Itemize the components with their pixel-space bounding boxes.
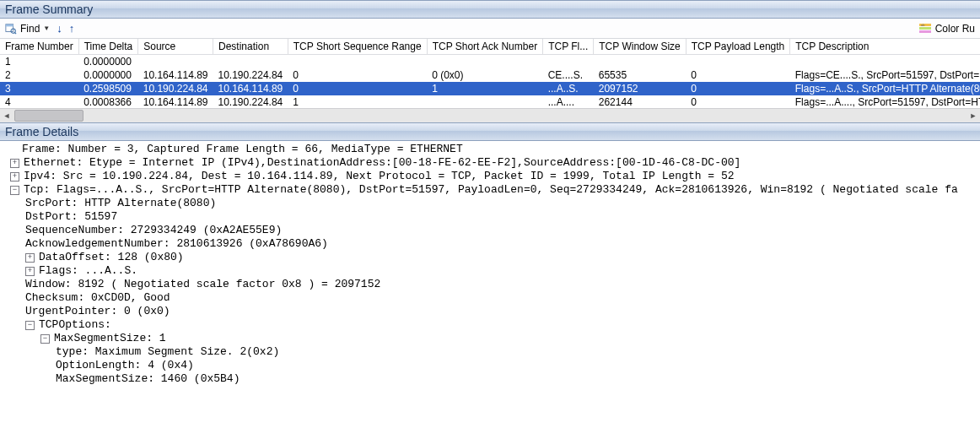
expand-icon[interactable]: + <box>10 159 19 168</box>
cell: 3 <box>0 82 78 95</box>
expand-icon[interactable]: + <box>25 253 35 263</box>
cell: 0.0000000 <box>78 55 138 69</box>
tree-node[interactable]: AcknowledgementNumber: 2810613926 (0xA78… <box>3 237 977 251</box>
frame-details-title: Frame Details <box>0 122 980 141</box>
col-destination[interactable]: Destination <box>213 39 288 55</box>
grid-header-row: Frame Number Time Delta Source Destinati… <box>0 39 980 55</box>
cell: 0 <box>686 95 790 108</box>
color-rules-button[interactable]: ab Color Ru <box>918 23 975 35</box>
cell: 1 <box>0 55 78 69</box>
scroll-thumb[interactable] <box>14 110 83 122</box>
find-icon <box>5 23 17 35</box>
grid-horizontal-scrollbar[interactable]: ◄ ► <box>0 108 980 122</box>
color-rules-icon: ab <box>918 23 932 35</box>
col-source[interactable]: Source <box>138 39 213 55</box>
table-row[interactable]: 10.0000000 <box>0 55 980 69</box>
cell: 0 <box>686 68 790 82</box>
cell: 1 <box>427 82 543 95</box>
cell: 10.190.224.84 <box>138 82 213 95</box>
table-row[interactable]: 20.000000010.164.114.8910.190.224.8400 (… <box>0 68 980 82</box>
find-prev-button[interactable]: ↑ <box>69 22 75 35</box>
cell: Flags=...A..S., SrcPort=HTTP Alternate(8… <box>790 82 980 95</box>
color-rules-label: Color Ru <box>935 23 975 35</box>
cell <box>594 55 686 69</box>
tree-node[interactable]: OptionLength: 4 (0x4) <box>3 359 977 372</box>
tree-node[interactable]: −Tcp: Flags=...A..S., SrcPort=HTTP Alter… <box>3 183 977 197</box>
expand-icon[interactable]: + <box>10 172 19 182</box>
expand-icon[interactable]: + <box>25 267 35 276</box>
tree-node[interactable]: +Ipv4: Src = 10.190.224.84, Dest = 10.16… <box>3 170 977 183</box>
tree-node[interactable]: SrcPort: HTTP Alternate(8080) <box>3 197 977 210</box>
frame-details-tree[interactable]: Frame: Number = 3, Captured Frame Length… <box>0 141 980 388</box>
find-dropdown-icon: ▼ <box>43 24 50 32</box>
cell: 4 <box>0 95 78 108</box>
tree-node[interactable]: −TCPOptions: <box>3 318 977 332</box>
tree-node[interactable]: Frame: Number = 3, Captured Frame Length… <box>3 143 977 156</box>
cell: 0 <box>288 68 427 82</box>
cell: CE....S. <box>543 68 594 82</box>
cell <box>213 55 288 69</box>
cell <box>138 55 213 69</box>
cell <box>427 55 543 69</box>
cell: 0.0000000 <box>78 68 138 82</box>
cell: 262144 <box>594 95 686 108</box>
collapse-icon[interactable]: − <box>10 186 19 195</box>
cell: ...A.... <box>543 95 594 108</box>
find-label: Find <box>20 23 40 35</box>
frame-summary-title: Frame Summary <box>0 0 980 19</box>
tree-node[interactable]: Checksum: 0xCD0D, Good <box>3 291 977 305</box>
cell: 10.190.224.84 <box>213 95 288 108</box>
tree-node[interactable]: type: Maximum Segment Size. 2(0x2) <box>3 345 977 359</box>
col-seq-range[interactable]: TCP Short Sequence Range <box>288 39 427 55</box>
cell: 10.164.114.89 <box>138 95 213 108</box>
tree-node[interactable]: SequenceNumber: 2729334249 (0xA2AE55E9) <box>3 224 977 237</box>
cell: 0.0008366 <box>78 95 138 108</box>
collapse-icon[interactable]: − <box>40 334 50 344</box>
col-ack-number[interactable]: TCP Short Ack Number <box>427 39 543 55</box>
cell: 65535 <box>594 68 686 82</box>
cell: 2 <box>0 68 78 82</box>
col-window-size[interactable]: TCP Window Size <box>594 39 686 55</box>
tree-node[interactable]: +DataOffset: 128 (0x80) <box>3 251 977 264</box>
cell: 10.164.114.89 <box>138 68 213 82</box>
cell: 1 <box>288 95 427 108</box>
col-description[interactable]: TCP Description <box>790 39 980 55</box>
cell: 10.164.114.89 <box>213 82 288 95</box>
tree-node[interactable]: Window: 8192 ( Negotiated scale factor 0… <box>3 278 977 291</box>
svg-rect-4 <box>919 27 931 30</box>
tree-node[interactable]: +Flags: ...A..S. <box>3 264 977 278</box>
cell: Flags=...A...., SrcPort=51597, DstPort=H… <box>790 95 980 108</box>
cell: 2097152 <box>594 82 686 95</box>
cell <box>543 55 594 69</box>
cell: 0 <box>288 82 427 95</box>
col-frame-number[interactable]: Frame Number <box>0 39 78 55</box>
cell <box>288 55 427 69</box>
cell: 0 (0x0) <box>427 68 543 82</box>
tree-node[interactable]: +Ethernet: Etype = Internet IP (IPv4),De… <box>3 156 977 170</box>
svg-text:ab: ab <box>921 23 925 27</box>
frame-grid[interactable]: Frame Number Time Delta Source Destinati… <box>0 39 980 108</box>
col-payload-length[interactable]: TCP Payload Length <box>686 39 790 55</box>
tree-node[interactable]: DstPort: 51597 <box>3 210 977 224</box>
cell: Flags=CE....S., SrcPort=51597, DstPort=H… <box>790 68 980 82</box>
svg-rect-5 <box>919 30 931 33</box>
table-row[interactable]: 30.259850910.190.224.8410.164.114.8901..… <box>0 82 980 95</box>
find-button[interactable]: Find ▼ <box>5 23 50 35</box>
find-next-button[interactable]: ↓ <box>57 22 62 35</box>
cell: 10.190.224.84 <box>213 68 288 82</box>
cell: 0.2598509 <box>78 82 138 95</box>
cell <box>427 95 543 108</box>
col-time-delta[interactable]: Time Delta <box>78 39 138 55</box>
cell: 0 <box>686 82 790 95</box>
tree-node[interactable]: −MaxSegmentSize: 1 <box>3 332 977 345</box>
collapse-icon[interactable]: − <box>25 321 35 330</box>
cell <box>790 55 980 69</box>
scroll-right-icon[interactable]: ► <box>967 109 980 122</box>
cell: ...A..S. <box>543 82 594 95</box>
summary-toolbar: Find ▼ ↓ ↑ ab Color Ru <box>0 19 980 39</box>
tree-node[interactable]: MaxSegmentSize: 1460 (0x5B4) <box>3 372 977 386</box>
tree-node[interactable]: UrgentPointer: 0 (0x0) <box>3 305 977 318</box>
col-tcp-flags[interactable]: TCP Fl... <box>543 39 594 55</box>
scroll-left-icon[interactable]: ◄ <box>0 109 13 122</box>
table-row[interactable]: 40.000836610.164.114.8910.190.224.841...… <box>0 95 980 108</box>
